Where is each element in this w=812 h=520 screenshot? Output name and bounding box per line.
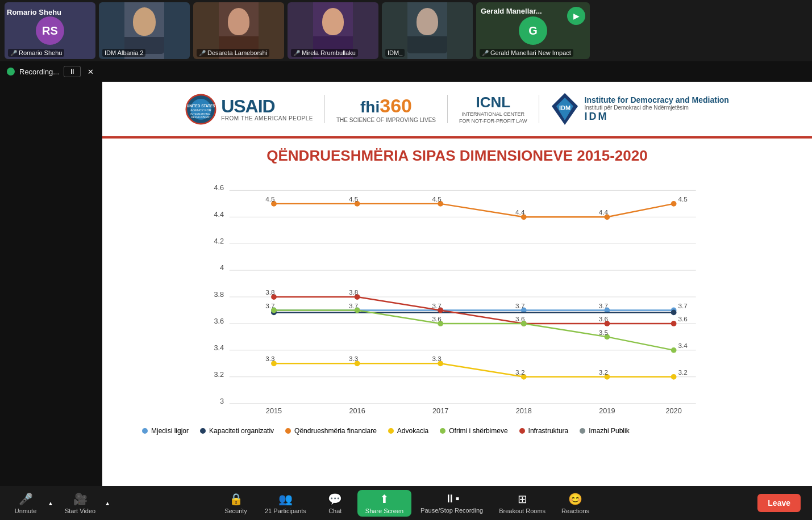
chart-svg: 3 3.2 3.4 3.6 3.8 4 4.2 4.4 4.6 2015 201…	[119, 176, 795, 420]
participants-button[interactable]: 👥 21 Participants	[258, 490, 313, 517]
breakout-rooms-button[interactable]: ⊞ Breakout Rooms	[492, 490, 552, 517]
usaid-main-text: USAID	[221, 97, 313, 115]
svg-text:3.2: 3.2	[678, 368, 687, 376]
svg-text:4.2: 4.2	[214, 237, 224, 245]
chart-legend: Mjedisi ligjor Kapaciteti organizativ Që…	[119, 427, 795, 435]
svg-text:4: 4	[220, 264, 224, 272]
legend-kapaciteti: Kapaciteti organizativ	[200, 427, 274, 435]
svg-point-70	[271, 308, 277, 313]
legend-ofrimi: Ofrimi i shërbimeve	[440, 427, 507, 435]
svg-text:3.7: 3.7	[678, 302, 687, 309]
chat-label: Chat	[328, 508, 342, 514]
pause-stop-icon: ⏸▪	[444, 492, 460, 505]
legend-financiare: Qëndrueshmëria financiare	[285, 427, 377, 435]
legend-imazhi: Imazhi Publik	[580, 427, 629, 435]
svg-text:INTERNATIONAL: INTERNATIONAL	[190, 112, 211, 115]
gerald-top-name: Gerald Manellar...	[481, 7, 561, 15]
legend-dot-financiare	[285, 428, 291, 434]
idm-name-label: IDM_	[385, 49, 405, 57]
share-screen-label: Share Screen	[365, 508, 403, 514]
svg-text:UNITED STATES: UNITED STATES	[187, 103, 216, 107]
usaid-sub-text: FROM THE AMERICAN PEOPLE	[221, 115, 313, 121]
desareta-name-label: 🎤 Desareta Lameborshi	[197, 49, 269, 57]
icnl-logo: ICNL INTERNATIONAL CENTER FOR NOT-FOR-PR…	[459, 94, 527, 124]
svg-text:3.4: 3.4	[678, 342, 688, 349]
idm-text-block: Institute for Democracy and Mediation In…	[585, 95, 729, 123]
reactions-button[interactable]: 😊 Reactions	[555, 490, 596, 517]
mic-muted-icon2: 🎤	[199, 50, 206, 56]
share-screen-icon: ⬆	[380, 492, 389, 506]
svg-text:AGENCY FOR: AGENCY FOR	[190, 108, 211, 112]
svg-text:4.4: 4.4	[515, 208, 525, 216]
recording-dot	[7, 68, 15, 76]
security-button[interactable]: 🔒 Security	[216, 490, 256, 517]
participant-tile-mirela: 🎤 Mirela Rrumbullaku	[288, 2, 378, 59]
svg-text:IDM: IDM	[559, 104, 570, 111]
start-video-label: Start Video	[65, 508, 95, 514]
icnl-sub1: INTERNATIONAL CENTER	[461, 111, 524, 118]
romario-top-name: Romario Shehu	[7, 8, 61, 16]
svg-text:4.6: 4.6	[214, 184, 224, 192]
svg-text:3.6: 3.6	[432, 315, 442, 322]
leave-button[interactable]: Leave	[757, 494, 801, 512]
svg-text:3.2: 3.2	[214, 371, 224, 379]
idm-sub-text: Instituti për Demokraci dhe Ndërmjetësim	[585, 104, 729, 111]
svg-text:3.5: 3.5	[599, 329, 609, 336]
start-video-button[interactable]: 🎥 Start Video	[58, 490, 102, 517]
toolbar: 🎤 Unmute ▲ 🎥 Start Video ▲ 🔒 Security 👥 …	[0, 486, 812, 520]
participants-bar: Romario Shehu RS 🎤 Romario Shehu IDM Alb…	[0, 0, 812, 61]
svg-text:2020: 2020	[666, 407, 682, 415]
participant-tile-idm2: IDM Albania 2	[99, 2, 190, 59]
reactions-label: Reactions	[561, 508, 589, 514]
video-caret[interactable]: ▲	[105, 500, 110, 506]
legend-dot-mjedisi	[142, 428, 148, 434]
usaid-logo: UNITED STATES AGENCY FOR INTERNATIONAL D…	[185, 94, 313, 125]
svg-text:2016: 2016	[349, 407, 365, 415]
legend-dot-ofrimi	[440, 428, 445, 434]
chat-button[interactable]: 💬 Chat	[315, 490, 355, 517]
svg-text:3.8: 3.8	[349, 288, 359, 296]
svg-text:2019: 2019	[599, 407, 615, 415]
usaid-text-block: USAID FROM THE AMERICAN PEOPLE	[221, 97, 313, 121]
svg-point-71	[355, 308, 360, 313]
logo-divider-1	[324, 95, 325, 123]
fhi-sub-text: THE SCIENCE OF IMPROVING LIVES	[336, 117, 436, 123]
svg-point-75	[671, 347, 677, 353]
mic-muted-icon: 🎤	[10, 50, 17, 56]
svg-text:2017: 2017	[432, 407, 448, 415]
logos-bar: UNITED STATES AGENCY FOR INTERNATIONAL D…	[102, 82, 812, 139]
fhi-logo: fhi 360 THE SCIENCE OF IMPROVING LIVES	[336, 95, 436, 123]
svg-text:3.2: 3.2	[599, 368, 608, 376]
stop-recording-x: ✕	[88, 68, 94, 76]
unmute-caret[interactable]: ▲	[48, 500, 53, 506]
svg-point-64	[671, 321, 677, 326]
chart-title: QËNDRUESHMËRIA SIPAS DIMENSIONEVE 2015-2…	[119, 147, 795, 165]
usaid-seal-icon: UNITED STATES AGENCY FOR INTERNATIONAL D…	[185, 94, 216, 125]
mic-muted-icon4: 🎤	[482, 50, 489, 56]
svg-text:3.6: 3.6	[678, 315, 687, 322]
svg-point-73	[521, 321, 527, 326]
share-screen-button[interactable]: ⬆ Share Screen	[357, 490, 411, 517]
pause-stop-button[interactable]: ⏸▪ Pause/Stop Recording	[414, 490, 490, 516]
legend-dot-kapaciteti	[200, 428, 206, 434]
breakout-icon: ⊞	[518, 492, 527, 506]
avatar-romario: RS	[36, 16, 64, 45]
idm-logo: IDM Institute for Democracy and Mediatio…	[551, 92, 729, 126]
idm-main-text: Institute for Democracy and Mediation	[585, 95, 729, 104]
unmute-area: 🎤 Unmute ▲ 🎥 Start Video ▲	[6, 490, 110, 517]
svg-point-61	[438, 308, 443, 313]
svg-text:3.8: 3.8	[265, 288, 275, 296]
fhi-360-text: 360	[380, 95, 412, 117]
idm-diamond-icon: IDM	[551, 92, 579, 126]
unmute-button[interactable]: 🎤 Unmute	[6, 490, 45, 517]
breakout-label: Breakout Rooms	[499, 508, 546, 514]
pause-recording-button[interactable]: ⏸	[64, 66, 81, 77]
svg-text:4.4: 4.4	[599, 208, 609, 216]
legend-mjedisi: Mjedisi ligjor	[142, 427, 189, 435]
mirela-name-label: 🎤 Mirela Rrumbullaku	[291, 49, 358, 57]
next-participant-button[interactable]: ▶	[567, 7, 585, 25]
svg-text:3.3: 3.3	[265, 355, 274, 362]
fhi-text: fhi	[360, 98, 380, 116]
chart-area: QËNDRUESHMËRIA SIPAS DIMENSIONEVE 2015-2…	[102, 139, 812, 441]
idm2-name-label: IDM Albania 2	[102, 49, 145, 57]
